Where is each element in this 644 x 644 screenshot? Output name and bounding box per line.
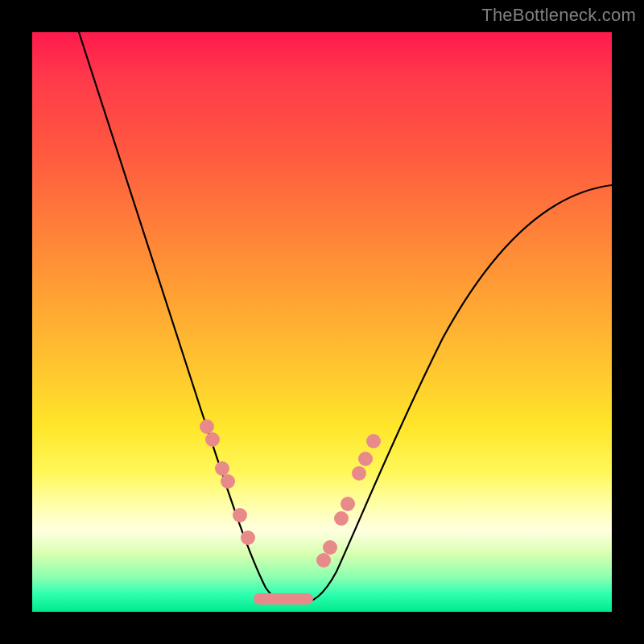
curve-layer (32, 32, 612, 612)
plot-area (32, 32, 612, 612)
marker-dot (200, 419, 214, 434)
marker-dot (205, 432, 220, 447)
marker-dot (358, 452, 373, 466)
marker-dot (334, 511, 349, 526)
chart-frame: TheBottleneck.com (0, 0, 644, 644)
marker-dot (341, 497, 355, 511)
marker-dot (316, 553, 331, 568)
watermark-text: TheBottleneck.com (481, 5, 636, 26)
marker-dot (215, 461, 229, 476)
marker-dot (221, 474, 235, 489)
marker-dot (366, 434, 381, 448)
marker-dot (233, 508, 247, 522)
marker-dot (352, 466, 366, 481)
marker-dot (241, 530, 255, 545)
marker-dot (323, 540, 337, 555)
